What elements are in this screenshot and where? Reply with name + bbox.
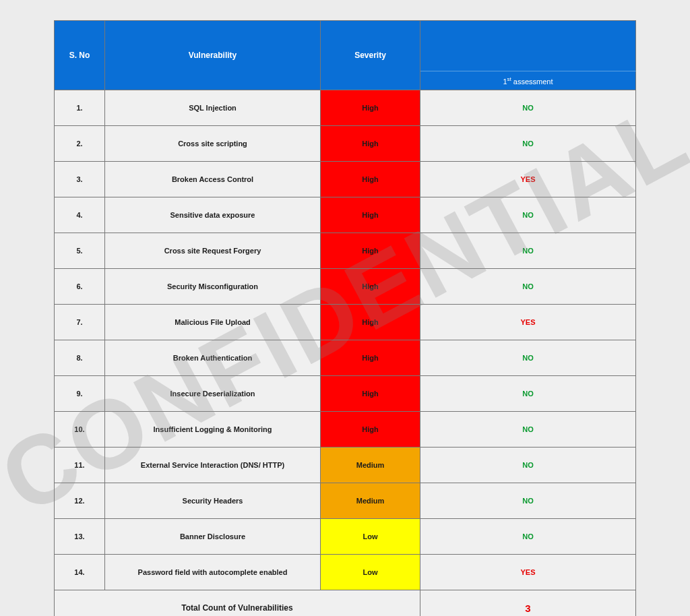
table-row: 7.Malicious File UploadHighYES xyxy=(55,305,636,340)
cell-sno: 10. xyxy=(55,412,105,448)
table-row: 5.Cross site Request ForgeryHighNO xyxy=(55,233,636,269)
table-row: 8.Broken AuthenticationHighNO xyxy=(55,340,636,376)
total-row: Total Count of Vulnerabilities3 xyxy=(55,590,636,617)
table-row: 11.External Service Interaction (DNS/ HT… xyxy=(55,448,636,483)
cell-sno: 13. xyxy=(55,519,105,555)
header-sno: S. No xyxy=(55,21,105,90)
cell-assessment: NO xyxy=(420,269,636,305)
cell-vulnerability: Broken Authentication xyxy=(105,340,321,376)
cell-sno: 6. xyxy=(55,269,105,305)
cell-severity: Medium xyxy=(321,483,420,519)
cell-assessment: NO xyxy=(420,90,636,126)
cell-assessment: NO xyxy=(420,376,636,412)
table-row: 6.Security MisconfigurationHighNO xyxy=(55,269,636,305)
cell-sno: 7. xyxy=(55,305,105,340)
cell-sno: 5. xyxy=(55,233,105,269)
table-row: 3.Broken Access ControlHighYES xyxy=(55,162,636,197)
cell-severity: High xyxy=(321,162,420,197)
table-row: 13.Banner DisclosureLowNO xyxy=(55,519,636,555)
cell-severity: High xyxy=(321,340,420,376)
cell-assessment: NO xyxy=(420,412,636,448)
cell-assessment: NO xyxy=(420,340,636,376)
cell-vulnerability: Security Headers xyxy=(105,483,321,519)
cell-severity: High xyxy=(321,90,420,126)
cell-severity: Low xyxy=(321,519,420,555)
vulnerability-summary-table: S. No Vulnerability Severity 1st assessm… xyxy=(54,20,636,616)
header-severity: Severity xyxy=(321,21,420,90)
header-vulnerability: Vulnerability xyxy=(105,21,321,90)
cell-vulnerability: External Service Interaction (DNS/ HTTP) xyxy=(105,448,321,483)
cell-sno: 12. xyxy=(55,483,105,519)
cell-severity: Medium xyxy=(321,448,420,483)
cell-vulnerability: Insufficient Logging & Monitoring xyxy=(105,412,321,448)
header-assessment-blank xyxy=(420,21,636,71)
table-row: 4.Sensitive data exposureHighNO xyxy=(55,197,636,233)
cell-severity: High xyxy=(321,126,420,162)
cell-severity: High xyxy=(321,376,420,412)
cell-severity: High xyxy=(321,269,420,305)
cell-assessment: NO xyxy=(420,126,636,162)
cell-sno: 3. xyxy=(55,162,105,197)
cell-assessment: NO xyxy=(420,448,636,483)
table-row: 14.Password field with autocomplete enab… xyxy=(55,555,636,590)
cell-severity: Low xyxy=(321,555,420,590)
cell-vulnerability: SQL Injection xyxy=(105,90,321,126)
cell-severity: High xyxy=(321,412,420,448)
cell-assessment: YES xyxy=(420,555,636,590)
table-row: 1.SQL InjectionHighNO xyxy=(55,90,636,126)
cell-assessment: NO xyxy=(420,233,636,269)
cell-vulnerability: Malicious File Upload xyxy=(105,305,321,340)
table-row: 10.Insufficient Logging & MonitoringHigh… xyxy=(55,412,636,448)
cell-vulnerability: Cross site scripting xyxy=(105,126,321,162)
cell-sno: 11. xyxy=(55,448,105,483)
cell-assessment: NO xyxy=(420,197,636,233)
cell-vulnerability: Cross site Request Forgery xyxy=(105,233,321,269)
cell-severity: High xyxy=(321,233,420,269)
cell-sno: 1. xyxy=(55,90,105,126)
cell-sno: 4. xyxy=(55,197,105,233)
cell-sno: 14. xyxy=(55,555,105,590)
total-label: Total Count of Vulnerabilities xyxy=(55,590,420,617)
cell-vulnerability: Banner Disclosure xyxy=(105,519,321,555)
cell-assessment: NO xyxy=(420,519,636,555)
cell-assessment: YES xyxy=(420,162,636,197)
cell-vulnerability: Broken Access Control xyxy=(105,162,321,197)
table-row: 12.Security HeadersMediumNO xyxy=(55,483,636,519)
header-assessment: 1st assessment xyxy=(420,71,636,90)
cell-vulnerability: Insecure Deserialization xyxy=(105,376,321,412)
cell-severity: High xyxy=(321,305,420,340)
cell-assessment: YES xyxy=(420,305,636,340)
table-row: 2.Cross site scriptingHighNO xyxy=(55,126,636,162)
cell-sno: 9. xyxy=(55,376,105,412)
total-count: 3 xyxy=(420,590,636,617)
cell-vulnerability: Sensitive data exposure xyxy=(105,197,321,233)
cell-severity: High xyxy=(321,197,420,233)
table-row: 9.Insecure DeserializationHighNO xyxy=(55,376,636,412)
cell-vulnerability: Security Misconfiguration xyxy=(105,269,321,305)
cell-assessment: NO xyxy=(420,483,636,519)
cell-vulnerability: Password field with autocomplete enabled xyxy=(105,555,321,590)
assessment-suffix: assessment xyxy=(511,77,553,85)
cell-sno: 2. xyxy=(55,126,105,162)
cell-sno: 8. xyxy=(55,340,105,376)
